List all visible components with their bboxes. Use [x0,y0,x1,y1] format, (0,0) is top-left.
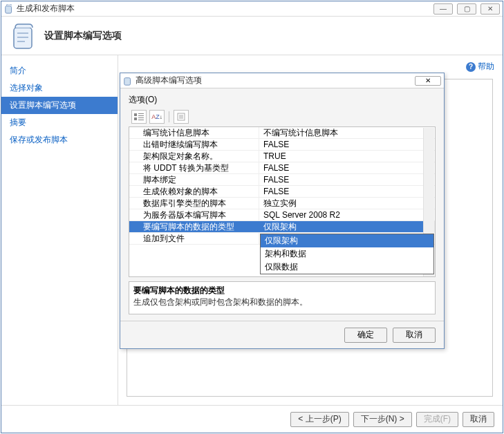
next-button[interactable]: 下一步(N) > [353,412,412,427]
prop-row-statistics[interactable]: 编写统计信息脚本不编写统计信息脚本 [129,127,435,139]
svg-rect-10 [138,117,144,118]
help-icon: ? [466,62,476,72]
wizard-footer: < 上一步(P) 下一步(N) > 完成(F) 取消 [1,405,503,433]
svg-rect-9 [134,117,137,120]
dropdown-option-schema-and-data[interactable]: 架构和数据 [261,247,433,261]
desc-text: 生成仅包含架构或同时包含架构和数据的脚本。 [133,296,431,308]
prev-button[interactable]: < 上一步(P) [290,412,348,427]
dialog-body: 选项(O) AZ↓ 编写统计信息脚本不编写统计信息脚本 出错时继续编写脚本FAL… [120,88,444,321]
desc-title: 要编写脚本的数据的类型 [133,285,431,296]
prop-value-data-type: 仅限架构 [263,222,297,232]
prop-row-dependents[interactable]: 生成依赖对象的脚本FALSE [129,186,435,198]
toolbar-separator [169,111,169,122]
dialog-ok-button[interactable]: 确定 [344,328,387,343]
advanced-options-dialog: 高级脚本编写选项 ✕ 选项(O) AZ↓ 编写统计信息脚本不编写统计信息脚本 出… [120,73,445,349]
main-title: 生成和发布脚本 [17,3,433,15]
svg-rect-7 [138,113,144,114]
dialog-title: 高级脚本编写选项 [136,75,415,86]
close-button[interactable]: ✕ [480,3,500,15]
svg-rect-1 [14,28,32,48]
help-label: 帮助 [478,61,494,73]
svg-rect-5 [124,77,131,85]
prop-row-server-version[interactable]: 为服务器版本编写脚本SQL Server 2008 R2 [129,209,435,221]
dialog-close-button[interactable]: ✕ [415,76,441,86]
prop-row-data-type[interactable]: 要编写脚本的数据的类型 仅限架构 ▼ [129,221,435,233]
cancel-button[interactable]: 取消 [463,412,494,427]
sidebar-item-summary[interactable]: 摘要 [1,114,118,131]
prop-row-engine-type[interactable]: 数据库引擎类型的脚本独立实例 [129,198,435,209]
property-pages-button[interactable] [174,110,189,124]
help-link[interactable]: ? 帮助 [466,61,494,73]
dropdown-option-data-only[interactable]: 仅限数据 [261,261,433,274]
wizard-header: 设置脚本编写选项 [1,17,503,55]
prop-row-continue-on-error[interactable]: 出错时继续编写脚本FALSE [129,139,435,151]
svg-rect-6 [134,113,137,116]
svg-rect-0 [6,6,12,13]
dialog-footer: 确定 取消 [120,321,444,348]
prop-row-bindings[interactable]: 脚本绑定FALSE [129,174,435,186]
dropdown-option-schema-only[interactable]: 仅限架构 [261,234,433,247]
dialog-cancel-button[interactable]: 取消 [393,328,436,343]
sidebar-item-script-options[interactable]: 设置脚本编写选项 [1,97,118,114]
sidebar-item-save-publish[interactable]: 保存或发布脚本 [1,131,118,149]
svg-rect-11 [138,120,144,120]
property-grid-toolbar: AZ↓ [129,110,436,124]
sidebar-item-intro[interactable]: 简介 [1,62,118,79]
sidebar-item-choose-objects[interactable]: 选择对象 [1,79,118,97]
property-grid: 编写统计信息脚本不编写统计信息脚本 出错时继续编写脚本FALSE 架构限定对象名… [129,126,436,277]
dialog-titlebar[interactable]: 高级脚本编写选项 ✕ [120,73,444,88]
alphabetical-view-button[interactable]: AZ↓ [149,110,165,124]
prop-row-schema-qualify[interactable]: 架构限定对象名称。TRUE [129,151,435,162]
finish-button[interactable]: 完成(F) [416,412,458,427]
minimize-button[interactable]: — [433,3,453,15]
main-titlebar[interactable]: 生成和发布脚本 — ▢ ✕ [1,1,503,17]
app-icon [4,4,14,14]
prop-row-uddt[interactable]: 将 UDDT 转换为基类型FALSE [129,162,435,174]
data-type-dropdown: 仅限架构 架构和数据 仅限数据 [260,234,434,274]
property-description-box: 要编写脚本的数据的类型 生成仅包含架构或同时包含架构和数据的脚本。 [129,281,436,314]
options-section-label: 选项(O) [129,94,436,106]
wizard-steps-sidebar: 简介 选择对象 设置脚本编写选项 摘要 保存或发布脚本 [1,55,118,405]
dialog-icon [123,76,133,86]
svg-rect-8 [138,115,144,116]
script-icon [10,22,37,50]
page-title: 设置脚本编写选项 [44,30,122,42]
maximize-button[interactable]: ▢ [457,3,476,15]
categorized-view-button[interactable] [131,110,147,124]
